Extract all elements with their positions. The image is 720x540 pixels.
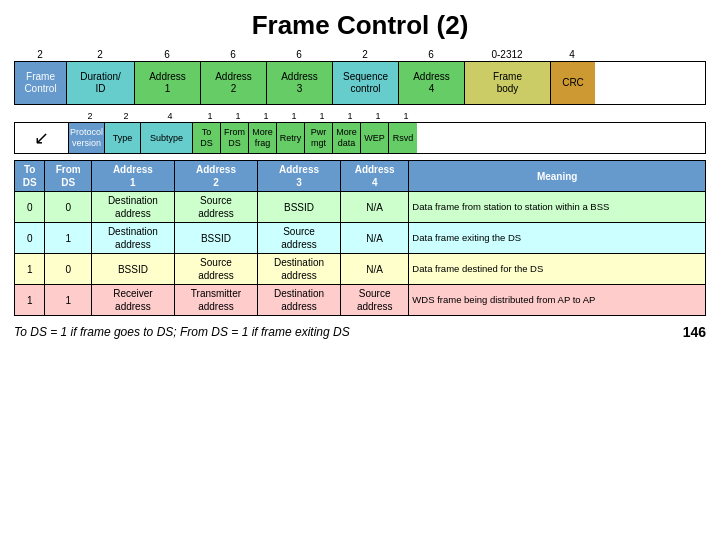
sub-size-label: 1 xyxy=(252,111,280,121)
data-cell: BSSID xyxy=(174,223,257,254)
data-cell: 1 xyxy=(15,285,45,316)
data-cell: Source address xyxy=(174,192,257,223)
table-row: 00Destination addressSource addressBSSID… xyxy=(15,192,706,223)
sub-cell: Subtype xyxy=(141,123,193,153)
data-cell: 1 xyxy=(45,223,92,254)
sub-size-label: 1 xyxy=(224,111,252,121)
data-cell: BSSID xyxy=(258,192,341,223)
table-row: 11Receiver addressTransmitter addressDes… xyxy=(15,285,706,316)
sub-cell: Protocol version xyxy=(69,123,105,153)
top-size-label: 4 xyxy=(550,49,594,60)
table-header: Address 1 xyxy=(91,161,174,192)
sub-cell: Pwr mgt xyxy=(305,123,333,153)
frame-cell: Address 1 xyxy=(135,62,201,104)
meaning-cell: Data frame exiting the DS xyxy=(409,223,706,254)
sub-cell: More data xyxy=(333,123,361,153)
frame-cell: CRC xyxy=(551,62,595,104)
frame-cell: Sequence control xyxy=(333,62,399,104)
table-header: From DS xyxy=(45,161,92,192)
top-size-label: 6 xyxy=(398,49,464,60)
data-cell: BSSID xyxy=(91,254,174,285)
page-title: Frame Control (2) xyxy=(14,10,706,41)
table-header: Address 2 xyxy=(174,161,257,192)
meaning-cell: WDS frame being distributed from AP to A… xyxy=(409,285,706,316)
sub-size-label: 1 xyxy=(392,111,420,121)
data-cell: 0 xyxy=(45,192,92,223)
data-cell: 1 xyxy=(15,254,45,285)
table-header: Meaning xyxy=(409,161,706,192)
sub-size-label: 1 xyxy=(308,111,336,121)
top-size-label: 6 xyxy=(266,49,332,60)
data-cell: N/A xyxy=(340,223,408,254)
table-header: Address 3 xyxy=(258,161,341,192)
meaning-cell: Data frame destined for the DS xyxy=(409,254,706,285)
data-cell: 0 xyxy=(15,192,45,223)
sub-bar: ↙Protocol versionTypeSubtypeTo DSFrom DS… xyxy=(14,122,706,154)
sub-size-label: 1 xyxy=(336,111,364,121)
sub-sizes-row: 22411111111 xyxy=(14,111,706,121)
data-cell: N/A xyxy=(340,254,408,285)
top-size-label: 6 xyxy=(200,49,266,60)
data-cell: Destination address xyxy=(258,285,341,316)
footer-page-number: 146 xyxy=(683,324,706,340)
data-cell: Source address xyxy=(174,254,257,285)
frame-cell: Address 2 xyxy=(201,62,267,104)
sub-cell: From DS xyxy=(221,123,249,153)
frame-cell: Address 3 xyxy=(267,62,333,104)
table-row: 01Destination addressBSSIDSource address… xyxy=(15,223,706,254)
page: Frame Control (2) 22666260-23124 Frame C… xyxy=(0,0,720,540)
frame-cell: Frame body xyxy=(465,62,551,104)
data-cell: Destination address xyxy=(258,254,341,285)
sub-size-label: 2 xyxy=(108,111,144,121)
meaning-cell: Data frame from station to station withi… xyxy=(409,192,706,223)
sub-size-label: 4 xyxy=(144,111,196,121)
top-size-label: 2 xyxy=(332,49,398,60)
table-header: Address 4 xyxy=(340,161,408,192)
sub-cell: Rsvd xyxy=(389,123,417,153)
sub-cell: WEP xyxy=(361,123,389,153)
data-cell: Source address xyxy=(258,223,341,254)
footer: To DS = 1 if frame goes to DS; From DS =… xyxy=(14,324,706,340)
data-cell: Destination address xyxy=(91,192,174,223)
data-cell: Transmitter address xyxy=(174,285,257,316)
frame-cell: Address 4 xyxy=(399,62,465,104)
top-size-label: 2 xyxy=(14,49,66,60)
top-size-label: 2 xyxy=(66,49,134,60)
frame-cell: Frame Control xyxy=(15,62,67,104)
footer-text: To DS = 1 if frame goes to DS; From DS =… xyxy=(14,325,350,339)
top-size-label: 6 xyxy=(134,49,200,60)
top-size-label: 0-2312 xyxy=(464,49,550,60)
data-cell: 1 xyxy=(45,285,92,316)
frame-cell: Duration/ ID xyxy=(67,62,135,104)
data-cell: 0 xyxy=(45,254,92,285)
data-cell: N/A xyxy=(340,192,408,223)
frame-bar: Frame ControlDuration/ IDAddress 1Addres… xyxy=(14,61,706,105)
table-row: 10BSSIDSource addressDestination address… xyxy=(15,254,706,285)
sub-cell: More frag xyxy=(249,123,277,153)
sub-size-label: 1 xyxy=(280,111,308,121)
data-cell: Source address xyxy=(340,285,408,316)
top-sizes-row: 22666260-23124 xyxy=(14,49,706,60)
address-table: To DSFrom DSAddress 1Address 2Address 3A… xyxy=(14,160,706,316)
sub-cell: To DS xyxy=(193,123,221,153)
table-header: To DS xyxy=(15,161,45,192)
sub-cell: Type xyxy=(105,123,141,153)
sub-cell: Retry xyxy=(277,123,305,153)
sub-size-label: 2 xyxy=(72,111,108,121)
data-cell: Destination address xyxy=(91,223,174,254)
arrow-indicator: ↙ xyxy=(15,123,69,153)
data-cell: Receiver address xyxy=(91,285,174,316)
data-cell: 0 xyxy=(15,223,45,254)
sub-size-label: 1 xyxy=(196,111,224,121)
sub-size-label: 1 xyxy=(364,111,392,121)
